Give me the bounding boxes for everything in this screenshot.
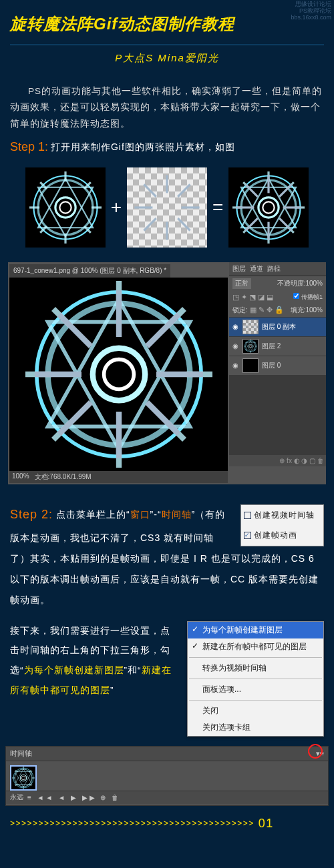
channels-tab[interactable]: 通道	[250, 264, 263, 274]
lock-icons[interactable]: ▦ ✎ ✥ 🔒	[250, 306, 284, 314]
source-images-row: + =	[0, 158, 334, 257]
source-swords-image	[127, 167, 207, 248]
context-menu[interactable]: 为每个新帧创建新图层 新建在所有帧中都可见的图层 转换为视频时间轴 面板选项..…	[187, 621, 324, 737]
layers-tab[interactable]: 图层	[232, 264, 246, 274]
separator	[189, 700, 322, 701]
layer-name: 图层 2	[262, 342, 281, 351]
layers-footer-icons[interactable]: ⊕ fx ◐ ◑ ▢ 🗑	[229, 455, 326, 466]
settings-paragraph: 接下来，我们需要进行一些设置，点击时间轴的右上角的下拉三角形，勾选“为每个新帧创…	[10, 621, 178, 701]
watermark: 思缘设计论坛 PS教程论坛 bbs.16xx8.com	[291, 1, 331, 21]
highlight-circle	[308, 744, 323, 759]
timeline-frame[interactable]	[10, 765, 37, 791]
page-title: 旋转魔法阵Gif动态图制作教程	[10, 13, 324, 45]
photoshop-window: 697-1_conew1.png @ 100% (图层 0 副本, RGB/8)…	[8, 262, 326, 484]
step1-text: 打开用来制作Gif图的两张照片素材，如图	[51, 141, 235, 151]
timeline-panel[interactable]: 时间轴 ▾≡ 永远 ≡ ◄◄ ◄ ▶ ▶▶ ⊕ 🗑	[5, 746, 329, 806]
paths-tab[interactable]: 路径	[267, 264, 281, 274]
source-ring-image	[25, 167, 106, 248]
step2-paragraph: 创建视频时间轴 ✓ 创建帧动画 Step 2: 点击菜单栏上的“窗口”-“时间轴…	[0, 490, 334, 614]
layer-row[interactable]: ◉ 图层 2	[229, 336, 326, 356]
page-subtitle: P大点S Mina爱阳光	[10, 52, 324, 65]
separator	[189, 657, 322, 658]
ctx-item[interactable]: 面板选项...	[188, 681, 323, 698]
layer-row[interactable]: ◉ 图层 0	[229, 356, 326, 375]
ps-document-tab[interactable]: 697-1_conew1.png @ 100% (图层 0 副本, RGB/8)…	[9, 264, 170, 278]
ps-layers-panel[interactable]: 图层 通道 路径 正常 不透明度:100% ◳ ✦ ⬔ ◪ ⬓ 传播帧1 锁定:…	[229, 262, 326, 484]
checkbox-icon[interactable]: ✓	[244, 532, 251, 539]
step1-label: Step 1:	[10, 140, 48, 153]
timeline-tab[interactable]: 时间轴	[10, 749, 32, 759]
intro-paragraph: PS的动画功能与其他一些软件相比，确实薄弱了一些，但是简单的动画效果，还是可以轻…	[0, 71, 334, 136]
ctx-item[interactable]: 新建在所有帧中都可见的图层	[188, 638, 323, 655]
ctx-item[interactable]: 为每个新帧创建新图层	[188, 622, 323, 638]
blend-icons: ◳ ✦ ⬔ ◪ ⬓	[232, 293, 273, 302]
eye-icon[interactable]: ◉	[232, 362, 239, 369]
arrows: >>>>>>>>>>>>>>>>>>>>>>>>>>>>>>>>>>>>>>>>…	[10, 819, 255, 828]
layer-row[interactable]: ◉ 图层 0 副本	[229, 317, 326, 336]
ps-canvas[interactable]	[9, 278, 228, 471]
plus-symbol: +	[111, 197, 122, 218]
ctx-item[interactable]: 关闭	[188, 703, 323, 719]
result-image	[228, 167, 309, 248]
checkbox-icon[interactable]	[244, 512, 251, 519]
layer-name: 图层 0	[262, 361, 281, 370]
blend-mode-select[interactable]: 正常	[232, 278, 251, 289]
page-number: 01	[259, 817, 274, 831]
equals-symbol: =	[212, 197, 223, 218]
layer-name: 图层 0 副本	[262, 322, 296, 332]
eye-icon[interactable]: ◉	[232, 323, 239, 330]
separator	[189, 679, 322, 679]
create-timeline-dropdown[interactable]: 创建视频时间轴 ✓ 创建帧动画	[240, 504, 324, 546]
propagate-frame-checkbox[interactable]	[293, 293, 299, 299]
ps-status-bar: 100% 文档:768.0K/1.99M	[9, 471, 228, 483]
step1-heading: Step 1: 打开用来制作Gif图的两张照片素材，如图	[0, 136, 334, 158]
ctx-item[interactable]: 转换为视频时间轴	[188, 660, 323, 677]
step2-label: Step 2:	[10, 508, 53, 521]
ctx-item[interactable]: 关闭选项卡组	[188, 719, 323, 736]
timeline-controls[interactable]: 永远 ≡ ◄◄ ◄ ▶ ▶▶ ⊕ 🗑	[6, 791, 328, 804]
eye-icon[interactable]: ◉	[232, 342, 239, 350]
footer: >>>>>>>>>>>>>>>>>>>>>>>>>>>>>>>>>>>>>>>>…	[0, 806, 334, 844]
